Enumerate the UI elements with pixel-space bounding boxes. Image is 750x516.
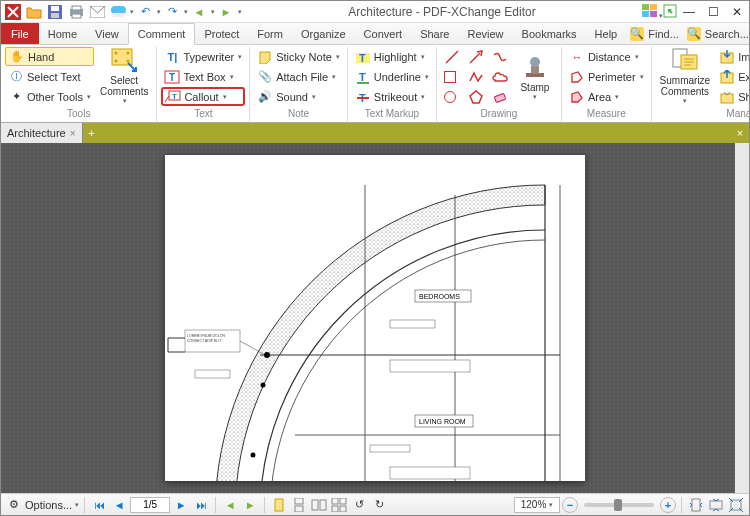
tab-comment[interactable]: Comment <box>128 23 196 45</box>
continuous-icon[interactable] <box>290 496 308 514</box>
line-tool[interactable] <box>441 47 463 66</box>
rotate-cw-icon[interactable]: ↻ <box>370 496 388 514</box>
undo-icon[interactable]: ↶ <box>135 2 155 22</box>
nav-back-icon[interactable]: ◄ <box>221 496 239 514</box>
fit-page-icon[interactable] <box>687 496 705 514</box>
oval-tool[interactable] <box>441 87 463 106</box>
back-icon[interactable]: ◄ <box>189 2 209 22</box>
qat-dropdown-icon[interactable]: ▾ <box>130 8 134 16</box>
find-button[interactable]: 🔍Find... <box>626 23 683 44</box>
underline-tool[interactable]: TUnderline▾ <box>352 67 432 86</box>
zoom-in-icon[interactable]: + <box>660 497 676 513</box>
sound-tool[interactable]: 🔊Sound▾ <box>254 87 343 106</box>
tab-review[interactable]: Review <box>458 23 512 44</box>
email-icon[interactable] <box>87 2 107 22</box>
close-tab-icon[interactable]: × <box>70 128 76 139</box>
eraser-tool[interactable] <box>489 87 511 106</box>
print-icon[interactable] <box>66 2 86 22</box>
arrow-tool[interactable] <box>465 47 487 66</box>
sticky-icon <box>257 49 273 65</box>
svg-text:T: T <box>359 71 366 83</box>
tab-protect[interactable]: Protect <box>195 23 248 44</box>
summarize-button[interactable]: Summarize Comments▾ <box>656 47 715 105</box>
first-page-icon[interactable]: ⏮ <box>90 496 108 514</box>
launch-icon[interactable] <box>663 4 677 20</box>
close-button[interactable]: ✕ <box>725 2 749 22</box>
tab-convert[interactable]: Convert <box>355 23 412 44</box>
callout-tool[interactable]: TCallout▾ <box>161 87 245 106</box>
svg-rect-85 <box>312 500 318 510</box>
single-page-icon[interactable] <box>270 496 288 514</box>
two-page-icon[interactable] <box>310 496 328 514</box>
tab-organize[interactable]: Organize <box>292 23 355 44</box>
maximize-button[interactable]: ☐ <box>701 2 725 22</box>
rotate-ccw-icon[interactable]: ↺ <box>350 496 368 514</box>
minimize-button[interactable]: — <box>677 2 701 22</box>
cloud-tool[interactable] <box>489 67 511 86</box>
window-title: Architecture - PDF-XChange Editor <box>242 5 642 19</box>
file-menu[interactable]: File <box>1 23 39 44</box>
polyline-tool[interactable] <box>465 67 487 86</box>
tab-home[interactable]: Home <box>39 23 86 44</box>
typewriter-tool[interactable]: T|Typewriter▾ <box>161 47 245 66</box>
redo-icon[interactable]: ↷ <box>162 2 182 22</box>
app-icon[interactable] <box>3 2 23 22</box>
group-note: Sticky Note▾ 📎Attach File▾ 🔊Sound▾ Note <box>250 47 348 122</box>
highlight-tool[interactable]: THighlight▾ <box>352 47 432 66</box>
zoom-value[interactable]: 120%▾ <box>514 497 560 513</box>
hand-tool[interactable]: ✋Hand <box>5 47 94 66</box>
area-tool[interactable]: Area▾ <box>566 87 647 106</box>
zoom-slider[interactable] <box>584 503 654 507</box>
stamp-button[interactable]: Stamp▾ <box>513 47 557 105</box>
scan-icon[interactable] <box>108 2 128 22</box>
back-dropdown[interactable]: ▾ <box>211 8 215 16</box>
select-text-tool[interactable]: ⒾSelect Text <box>5 67 94 86</box>
tab-help[interactable]: Help <box>586 23 627 44</box>
export-button[interactable]: Export <box>716 67 750 86</box>
document-tab[interactable]: Architecture × <box>1 123 83 143</box>
import-button[interactable]: Import <box>716 47 750 66</box>
tab-view[interactable]: View <box>86 23 128 44</box>
tab-share[interactable]: Share <box>411 23 458 44</box>
status-bar: ⚙ Options...▾ ⏮ ◄ ► ⏭ ◄ ► ↺ ↻ 120%▾ − + <box>1 493 749 515</box>
two-continuous-icon[interactable] <box>330 496 348 514</box>
svg-text:T: T <box>169 72 175 83</box>
close-all-tabs-button[interactable]: × <box>731 123 749 143</box>
open-icon[interactable] <box>24 2 44 22</box>
polygon-tool[interactable] <box>465 87 487 106</box>
save-icon[interactable] <box>45 2 65 22</box>
strikeout-tool[interactable]: TStrikeout▾ <box>352 87 432 106</box>
nav-forward-icon[interactable]: ► <box>241 496 259 514</box>
next-page-icon[interactable]: ► <box>172 496 190 514</box>
perimeter-tool[interactable]: Perimeter▾ <box>566 67 647 86</box>
options-label[interactable]: Options... <box>25 499 72 511</box>
search-button[interactable]: 🔍Search... <box>683 23 750 44</box>
tab-bookmarks[interactable]: Bookmarks <box>513 23 586 44</box>
redo-dropdown[interactable]: ▾ <box>184 8 188 16</box>
actual-size-icon[interactable] <box>727 496 745 514</box>
show-button[interactable]: Show▾ <box>716 87 750 106</box>
svg-point-78 <box>264 352 270 358</box>
sticky-note-tool[interactable]: Sticky Note▾ <box>254 47 343 66</box>
options-gear-icon[interactable]: ⚙ <box>5 496 23 514</box>
textbox-tool[interactable]: TText Box▾ <box>161 67 245 86</box>
forward-icon[interactable]: ► <box>216 2 236 22</box>
page-number-input[interactable] <box>130 497 170 513</box>
fit-width-icon[interactable] <box>707 496 725 514</box>
other-tools[interactable]: ✦Other Tools▾ <box>5 87 94 106</box>
distance-tool[interactable]: ↔Distance▾ <box>566 47 647 66</box>
document-viewport[interactable]: BEDROOMS LIVING ROOM LOREM IPSUM DOLOR C… <box>1 143 749 493</box>
zoom-out-icon[interactable]: − <box>562 497 578 513</box>
prev-page-icon[interactable]: ◄ <box>110 496 128 514</box>
svg-point-19 <box>127 60 130 63</box>
tab-form[interactable]: Form <box>248 23 292 44</box>
rect-tool[interactable] <box>441 67 463 86</box>
undo-dropdown[interactable]: ▾ <box>157 8 161 16</box>
add-tab-button[interactable]: + <box>83 123 101 143</box>
pencil-tool[interactable] <box>489 47 511 66</box>
select-comments-button[interactable]: Select Comments▾ <box>96 47 152 105</box>
attach-file-tool[interactable]: 📎Attach File▾ <box>254 67 343 86</box>
vertical-scrollbar[interactable] <box>735 143 749 493</box>
last-page-icon[interactable]: ⏭ <box>192 496 210 514</box>
ui-options-icon[interactable]: ▾ <box>642 4 663 20</box>
